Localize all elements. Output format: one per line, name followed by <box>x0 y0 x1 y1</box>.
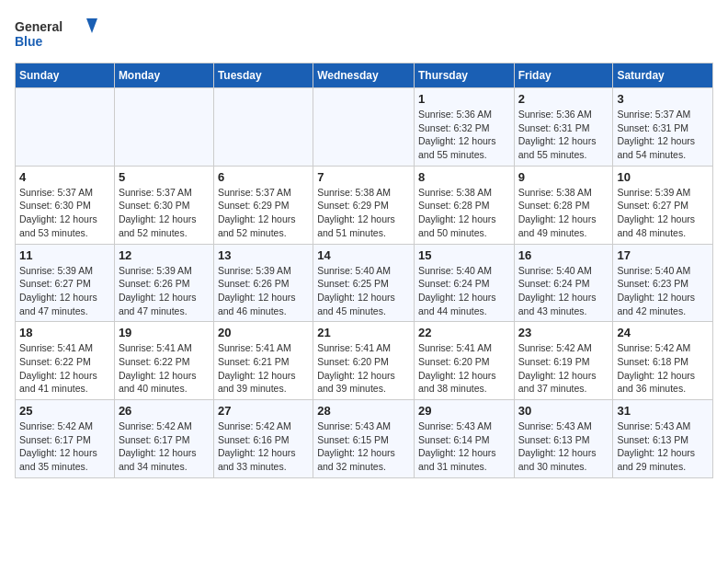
day-number: 4 <box>19 170 110 184</box>
day-info: Sunrise: 5:41 AM Sunset: 6:21 PM Dayligh… <box>218 341 309 396</box>
calendar-cell: 1Sunrise: 5:36 AM Sunset: 6:32 PM Daylig… <box>414 88 514 167</box>
day-info: Sunrise: 5:38 AM Sunset: 6:28 PM Dayligh… <box>518 186 609 240</box>
day-info: Sunrise: 5:42 AM Sunset: 6:18 PM Dayligh… <box>617 341 709 396</box>
day-number: 13 <box>218 248 309 262</box>
day-number: 11 <box>19 248 110 262</box>
day-info: Sunrise: 5:42 AM Sunset: 6:17 PM Dayligh… <box>119 419 210 474</box>
calendar-header-row: SundayMondayTuesdayWednesdayThursdayFrid… <box>16 63 713 88</box>
day-number: 6 <box>218 170 309 184</box>
calendar-cell: 18Sunrise: 5:41 AM Sunset: 6:22 PM Dayli… <box>16 322 115 400</box>
day-number: 23 <box>518 326 609 339</box>
calendar-cell: 29Sunrise: 5:43 AM Sunset: 6:14 PM Dayli… <box>414 400 514 478</box>
day-number: 20 <box>218 326 309 339</box>
day-number: 22 <box>418 326 510 339</box>
day-info: Sunrise: 5:40 AM Sunset: 6:24 PM Dayligh… <box>518 264 609 318</box>
calendar-cell: 12Sunrise: 5:39 AM Sunset: 6:26 PM Dayli… <box>114 244 213 322</box>
day-info: Sunrise: 5:37 AM Sunset: 6:30 PM Dayligh… <box>19 186 110 240</box>
calendar-cell: 8Sunrise: 5:38 AM Sunset: 6:28 PM Daylig… <box>414 166 514 244</box>
calendar-cell <box>213 88 313 167</box>
day-number: 1 <box>418 92 510 106</box>
day-info: Sunrise: 5:37 AM Sunset: 6:30 PM Dayligh… <box>119 186 210 240</box>
calendar-cell <box>16 88 115 167</box>
calendar-cell: 5Sunrise: 5:37 AM Sunset: 6:30 PM Daylig… <box>114 166 213 244</box>
day-info: Sunrise: 5:39 AM Sunset: 6:27 PM Dayligh… <box>617 186 709 240</box>
day-info: Sunrise: 5:36 AM Sunset: 6:32 PM Dayligh… <box>418 108 510 162</box>
svg-text:General: General <box>15 19 63 34</box>
calendar-cell: 22Sunrise: 5:41 AM Sunset: 6:20 PM Dayli… <box>414 322 514 400</box>
calendar-cell: 28Sunrise: 5:43 AM Sunset: 6:15 PM Dayli… <box>313 400 415 478</box>
header-friday: Friday <box>514 63 613 88</box>
logo: General Blue <box>15 15 97 52</box>
day-info: Sunrise: 5:39 AM Sunset: 6:27 PM Dayligh… <box>19 264 110 318</box>
day-number: 21 <box>317 326 410 339</box>
day-info: Sunrise: 5:42 AM Sunset: 6:16 PM Dayligh… <box>218 419 309 474</box>
week-row-1: 1Sunrise: 5:36 AM Sunset: 6:32 PM Daylig… <box>16 88 713 167</box>
calendar-cell: 23Sunrise: 5:42 AM Sunset: 6:19 PM Dayli… <box>514 322 613 400</box>
day-info: Sunrise: 5:41 AM Sunset: 6:20 PM Dayligh… <box>317 341 410 396</box>
day-number: 27 <box>218 404 309 418</box>
calendar-cell: 27Sunrise: 5:42 AM Sunset: 6:16 PM Dayli… <box>213 400 313 478</box>
day-number: 16 <box>518 248 609 262</box>
day-info: Sunrise: 5:38 AM Sunset: 6:29 PM Dayligh… <box>317 186 410 240</box>
calendar-cell: 4Sunrise: 5:37 AM Sunset: 6:30 PM Daylig… <box>16 166 115 244</box>
day-info: Sunrise: 5:43 AM Sunset: 6:14 PM Dayligh… <box>418 419 510 474</box>
day-info: Sunrise: 5:41 AM Sunset: 6:22 PM Dayligh… <box>119 341 210 396</box>
calendar-cell: 14Sunrise: 5:40 AM Sunset: 6:25 PM Dayli… <box>313 244 415 322</box>
calendar-table: SundayMondayTuesdayWednesdayThursdayFrid… <box>15 63 713 478</box>
day-number: 7 <box>317 170 410 184</box>
header-wednesday: Wednesday <box>313 63 415 88</box>
day-number: 25 <box>19 404 110 418</box>
day-info: Sunrise: 5:42 AM Sunset: 6:19 PM Dayligh… <box>518 341 609 396</box>
calendar-cell: 15Sunrise: 5:40 AM Sunset: 6:24 PM Dayli… <box>414 244 514 322</box>
day-number: 12 <box>119 248 210 262</box>
day-info: Sunrise: 5:43 AM Sunset: 6:15 PM Dayligh… <box>317 419 410 474</box>
day-info: Sunrise: 5:40 AM Sunset: 6:25 PM Dayligh… <box>317 264 410 318</box>
calendar-cell: 3Sunrise: 5:37 AM Sunset: 6:31 PM Daylig… <box>613 88 713 167</box>
day-info: Sunrise: 5:41 AM Sunset: 6:22 PM Dayligh… <box>19 341 110 396</box>
calendar-cell: 26Sunrise: 5:42 AM Sunset: 6:17 PM Dayli… <box>114 400 213 478</box>
day-info: Sunrise: 5:43 AM Sunset: 6:13 PM Dayligh… <box>617 419 709 474</box>
day-number: 18 <box>19 326 110 339</box>
calendar-body: 1Sunrise: 5:36 AM Sunset: 6:32 PM Daylig… <box>16 88 713 478</box>
day-number: 3 <box>617 92 709 106</box>
week-row-4: 18Sunrise: 5:41 AM Sunset: 6:22 PM Dayli… <box>16 322 713 400</box>
header-thursday: Thursday <box>414 63 514 88</box>
day-info: Sunrise: 5:36 AM Sunset: 6:31 PM Dayligh… <box>518 108 609 162</box>
header-sunday: Sunday <box>16 63 115 88</box>
header: General Blue <box>15 15 713 52</box>
header-monday: Monday <box>114 63 213 88</box>
svg-text:Blue: Blue <box>15 34 43 49</box>
header-saturday: Saturday <box>613 63 713 88</box>
calendar-cell <box>313 88 415 167</box>
day-info: Sunrise: 5:39 AM Sunset: 6:26 PM Dayligh… <box>119 264 210 318</box>
header-tuesday: Tuesday <box>213 63 313 88</box>
day-info: Sunrise: 5:43 AM Sunset: 6:13 PM Dayligh… <box>518 419 609 474</box>
day-info: Sunrise: 5:37 AM Sunset: 6:31 PM Dayligh… <box>617 108 709 162</box>
day-number: 10 <box>617 170 709 184</box>
calendar-cell: 17Sunrise: 5:40 AM Sunset: 6:23 PM Dayli… <box>613 244 713 322</box>
calendar-cell: 11Sunrise: 5:39 AM Sunset: 6:27 PM Dayli… <box>16 244 115 322</box>
calendar-cell: 7Sunrise: 5:38 AM Sunset: 6:29 PM Daylig… <box>313 166 415 244</box>
week-row-3: 11Sunrise: 5:39 AM Sunset: 6:27 PM Dayli… <box>16 244 713 322</box>
day-info: Sunrise: 5:40 AM Sunset: 6:23 PM Dayligh… <box>617 264 709 318</box>
day-number: 29 <box>418 404 510 418</box>
calendar-cell: 2Sunrise: 5:36 AM Sunset: 6:31 PM Daylig… <box>514 88 613 167</box>
day-info: Sunrise: 5:38 AM Sunset: 6:28 PM Dayligh… <box>418 186 510 240</box>
calendar-cell: 16Sunrise: 5:40 AM Sunset: 6:24 PM Dayli… <box>514 244 613 322</box>
day-number: 31 <box>617 404 709 418</box>
day-info: Sunrise: 5:40 AM Sunset: 6:24 PM Dayligh… <box>418 264 510 318</box>
day-number: 8 <box>418 170 510 184</box>
calendar-cell: 19Sunrise: 5:41 AM Sunset: 6:22 PM Dayli… <box>114 322 213 400</box>
day-number: 14 <box>317 248 410 262</box>
day-number: 15 <box>418 248 510 262</box>
day-number: 9 <box>518 170 609 184</box>
day-number: 28 <box>317 404 410 418</box>
day-number: 19 <box>119 326 210 339</box>
day-number: 24 <box>617 326 709 339</box>
day-number: 5 <box>119 170 210 184</box>
calendar-cell: 21Sunrise: 5:41 AM Sunset: 6:20 PM Dayli… <box>313 322 415 400</box>
day-info: Sunrise: 5:39 AM Sunset: 6:26 PM Dayligh… <box>218 264 309 318</box>
calendar-cell: 10Sunrise: 5:39 AM Sunset: 6:27 PM Dayli… <box>613 166 713 244</box>
day-info: Sunrise: 5:41 AM Sunset: 6:20 PM Dayligh… <box>418 341 510 396</box>
day-number: 17 <box>617 248 709 262</box>
